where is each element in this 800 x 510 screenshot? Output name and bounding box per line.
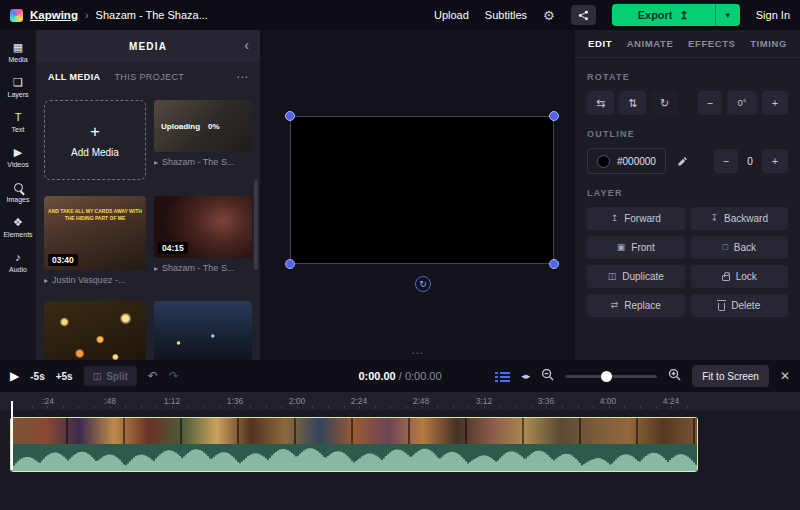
undo-icon[interactable]: ↶ [148, 369, 158, 383]
sidebar-item-images[interactable]: Images [0, 174, 36, 209]
split-button[interactable]: ◫ Split [84, 366, 137, 386]
media-item-shazam: 04:15 ▸ Shazam - The S... [154, 196, 252, 273]
sidebar-item-layers[interactable]: ❏ Layers [0, 69, 36, 104]
back-icon: □ [722, 243, 727, 252]
timeline-ruler[interactable]: :24 :48 1:12 1:36 2:00 2:24 2:48 3:12 3:… [0, 392, 800, 410]
tab-all-media[interactable]: ALL MEDIA [48, 72, 100, 82]
front-icon: ▣ [617, 243, 626, 252]
replace-button[interactable]: ⇄ Replace [587, 294, 685, 317]
forward-button[interactable]: ↥ Forward [587, 207, 685, 230]
tab-animate[interactable]: ANIMATE [627, 38, 674, 49]
snap-marker-icon[interactable]: ◂▸ [521, 371, 530, 381]
brand-link[interactable]: Kapwing [30, 9, 78, 21]
sidebar-item-elements[interactable]: ❖ Elements [0, 209, 36, 244]
delete-button[interactable]: Delete [691, 294, 789, 317]
flip-vertical-button[interactable]: ⇅ [619, 91, 646, 115]
flip-horizontal-icon: ⇆ [596, 97, 605, 110]
sidebar-item-audio[interactable]: ♪ Audio [0, 244, 36, 279]
left-toolbar: ▦ Media ❏ Layers T Text ▶ Videos Images … [0, 30, 36, 360]
add-media-cell: + Add Media [44, 100, 146, 180]
redo-icon[interactable]: ↷ [169, 369, 179, 383]
sidebar-item-videos[interactable]: ▶ Videos [0, 139, 36, 174]
export-dropdown-button[interactable]: ▾ [715, 4, 740, 26]
flip-horizontal-button[interactable]: ⇆ [587, 91, 614, 115]
lock-button[interactable]: Lock [691, 265, 789, 288]
rotate-section: ROTATE ⇆ ⇅ ↻ − 0° + [575, 72, 800, 115]
play-button[interactable]: ▶ [10, 369, 19, 383]
add-media-button[interactable]: + Add Media [44, 100, 146, 180]
zoom-slider[interactable] [565, 375, 657, 378]
resize-handle-bottom-right[interactable] [549, 259, 559, 269]
back-button[interactable]: □ Back [691, 236, 789, 259]
tab-timing[interactable]: TIMING [750, 38, 787, 49]
minus-icon: − [723, 155, 729, 167]
outline-increase-button[interactable]: + [762, 149, 788, 173]
media-item-uploading: Uploading 0% ▸ Shazam - The S... [154, 100, 252, 167]
forward-5s-button[interactable]: +5s [56, 371, 73, 382]
export-arrow-icon: ↥ [680, 9, 689, 22]
media-thumbnail[interactable] [44, 301, 146, 360]
media-tabs: ALL MEDIA THIS PROJECT ⋯ [36, 62, 260, 92]
tab-edit[interactable]: EDIT [588, 38, 612, 49]
media-thumbnail[interactable]: 04:15 [154, 196, 252, 258]
resize-handle-bottom-left[interactable] [285, 259, 295, 269]
rotate-90-button[interactable]: ↻ [651, 91, 678, 115]
playhead[interactable] [8, 392, 16, 472]
track-height-icon[interactable] [495, 371, 510, 382]
clip-audio-waveform [11, 444, 697, 471]
zoom-out-button[interactable] [541, 367, 554, 385]
text-icon: T [15, 111, 22, 123]
share-button[interactable] [571, 5, 596, 25]
eyedropper-button[interactable] [671, 148, 695, 174]
kapwing-logo[interactable] [10, 9, 23, 22]
upload-button[interactable]: Upload [434, 9, 469, 21]
panel-resize-handle[interactable]: ⋯ [411, 346, 424, 360]
more-options-icon[interactable]: ⋯ [236, 70, 248, 84]
media-thumbnail[interactable]: AND TAKE ALL MY CARDS AWAY WITH THE HIDI… [44, 196, 146, 270]
backward-button[interactable]: ↧ Backward [691, 207, 789, 230]
zoom-in-button[interactable] [668, 367, 681, 385]
media-thumbnail[interactable]: Uploading 0% [154, 100, 252, 152]
outline-hex-value: #000000 [617, 156, 656, 167]
rotate-increase-button[interactable]: + [762, 91, 788, 115]
front-button[interactable]: ▣ Front [587, 236, 685, 259]
duplicate-icon: ◫ [608, 272, 617, 281]
rotate-decrease-button[interactable]: − [698, 91, 722, 115]
color-swatch [597, 155, 610, 168]
ruler-label: 2:24 [351, 396, 368, 406]
outline-decrease-button[interactable]: − [714, 149, 738, 173]
tab-this-project[interactable]: THIS PROJECT [114, 72, 184, 82]
media-scrollbar[interactable] [254, 180, 258, 270]
fit-to-screen-button[interactable]: Fit to Screen [692, 365, 769, 387]
resize-handle-top-right[interactable] [549, 111, 559, 121]
outline-color-field[interactable]: #000000 [587, 148, 666, 174]
ruler-label: 3:12 [476, 396, 493, 406]
video-layer[interactable] [290, 116, 554, 264]
video-clip[interactable] [10, 417, 698, 472]
rotate-handle[interactable]: ↻ [415, 276, 431, 292]
media-item-city [154, 301, 252, 360]
close-timeline-icon[interactable]: ✕ [780, 369, 790, 383]
inspector-tabs: EDIT ANIMATE EFFECTS TIMING [575, 30, 800, 58]
sidebar-item-text[interactable]: T Text [0, 104, 36, 139]
minus-icon: − [707, 97, 713, 109]
ruler-label: 1:12 [164, 396, 181, 406]
layer-section: LAYER ↥ Forward ↧ Backward ▣ Front □ Bac… [575, 188, 800, 317]
clip-type-icon: ▸ [44, 276, 48, 285]
sidebar-item-media[interactable]: ▦ Media [0, 34, 36, 69]
tab-effects[interactable]: EFFECTS [688, 38, 735, 49]
inspector-panel: EDIT ANIMATE EFFECTS TIMING ROTATE ⇆ ⇅ ↻… [575, 30, 800, 360]
sign-in-button[interactable]: Sign In [756, 9, 790, 21]
resize-handle-top-left[interactable] [285, 111, 295, 121]
collapse-panel-icon[interactable]: ‹ [244, 37, 249, 53]
back-5s-button[interactable]: -5s [30, 371, 44, 382]
settings-gear-icon[interactable]: ⚙ [543, 9, 555, 22]
media-thumbnail[interactable] [154, 301, 252, 360]
upload-status: Uploading 0% [161, 122, 220, 131]
upload-percent: 0% [208, 122, 220, 131]
subtitles-button[interactable]: Subtitles [485, 9, 527, 21]
project-title[interactable]: Shazam - The Shaza... [96, 9, 208, 21]
export-button[interactable]: Export ↥ [612, 4, 715, 26]
duplicate-button[interactable]: ◫ Duplicate [587, 265, 685, 288]
zoom-slider-knob[interactable] [601, 371, 612, 382]
